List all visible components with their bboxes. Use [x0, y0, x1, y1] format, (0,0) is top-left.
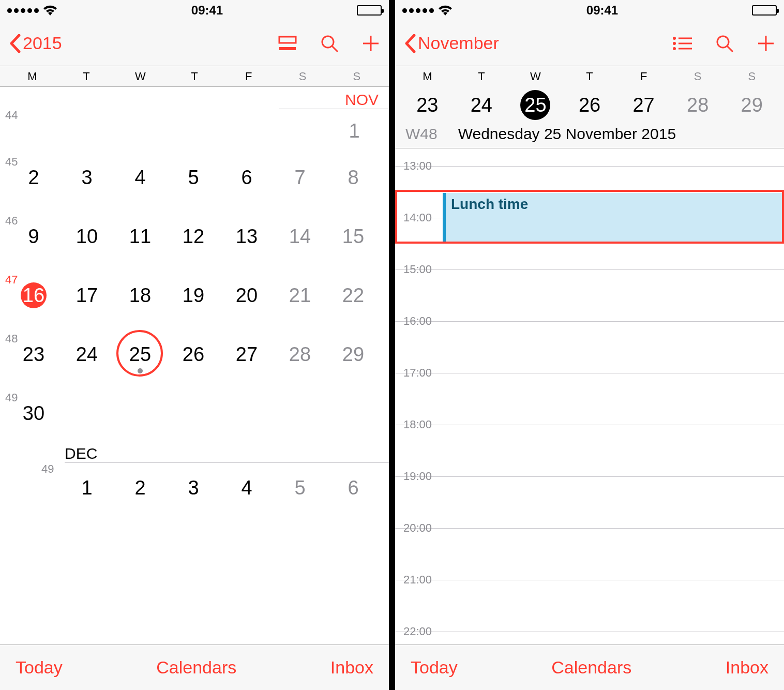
day-14[interactable]: 14: [287, 223, 313, 249]
day-1[interactable]: 1: [341, 118, 367, 144]
day-22[interactable]: 22: [340, 282, 366, 308]
strip-day-24[interactable]: 24: [455, 90, 509, 120]
back-button[interactable]: November: [404, 33, 499, 53]
day-3[interactable]: 3: [74, 164, 100, 190]
search-button[interactable]: [716, 35, 733, 52]
month-divider: [65, 462, 389, 463]
hour-label: 13:00: [403, 159, 432, 173]
highlight-circle: [116, 330, 163, 377]
search-button[interactable]: [321, 35, 338, 52]
view-toggle-button[interactable]: [278, 36, 297, 51]
day-7[interactable]: 7: [287, 164, 313, 190]
today-button[interactable]: Today: [16, 657, 63, 678]
week-strip: 23 24 25 26 27 28 29: [395, 87, 784, 122]
svg-point-12: [717, 36, 729, 48]
day-26[interactable]: 26: [180, 341, 206, 367]
day-19[interactable]: 19: [180, 282, 206, 308]
search-icon: [321, 35, 338, 52]
day-dec4[interactable]: 4: [234, 475, 260, 501]
day-5[interactable]: 5: [180, 164, 206, 190]
back-label: November: [418, 33, 499, 53]
today-button[interactable]: Today: [411, 657, 458, 678]
weekday-m: M: [5, 70, 59, 83]
day-6[interactable]: 6: [234, 164, 260, 190]
weekday-w: W: [508, 70, 563, 83]
nav-bar: 2015: [0, 21, 389, 66]
hour-label: 17:00: [403, 366, 432, 380]
inbox-button[interactable]: Inbox: [330, 657, 373, 678]
weekday-header: M T W T F S S: [395, 66, 784, 87]
strip-day-25-selected[interactable]: 25: [508, 90, 563, 120]
day-schedule[interactable]: 13:00 14:00 15:00 16:00 17:00 18:00 19:0…: [395, 148, 784, 644]
week-number: 44: [5, 109, 18, 122]
back-button[interactable]: 2015: [9, 33, 62, 53]
svg-point-10: [673, 47, 676, 50]
month-view-screen: 09:41 2015 M T W T F S S NOV: [0, 0, 389, 690]
status-time: 09:41: [191, 3, 223, 18]
week-number-current: 47: [5, 273, 18, 287]
day-dec2[interactable]: 2: [127, 475, 153, 501]
strip-day-26[interactable]: 26: [563, 90, 617, 120]
day-2[interactable]: 2: [21, 164, 47, 190]
day-11[interactable]: 11: [127, 223, 153, 249]
weekday-t: T: [455, 70, 509, 83]
status-time: 09:41: [586, 3, 618, 18]
day-16-today[interactable]: 16: [21, 282, 47, 308]
day-12[interactable]: 12: [180, 223, 206, 249]
day-4[interactable]: 4: [127, 164, 153, 190]
hour-label: 15:00: [403, 263, 432, 276]
strip-day-23[interactable]: 23: [400, 90, 455, 120]
hour-label: 19:00: [403, 470, 432, 483]
list-toggle-button[interactable]: [672, 36, 692, 51]
wifi-icon: [43, 5, 57, 16]
day-view-screen: 09:41 November M: [395, 0, 784, 690]
battery-icon: [752, 5, 777, 16]
svg-point-8: [673, 42, 676, 45]
day-dec5[interactable]: 5: [287, 475, 313, 501]
day-28[interactable]: 28: [287, 341, 313, 367]
weekday-s2: S: [329, 70, 384, 83]
day-17[interactable]: 17: [74, 282, 100, 308]
day-24[interactable]: 24: [74, 341, 100, 367]
weekday-t: T: [59, 70, 114, 83]
svg-point-6: [673, 37, 676, 40]
day-9[interactable]: 9: [21, 223, 47, 249]
day-20[interactable]: 20: [234, 282, 260, 308]
date-subheader: W48 Wednesday 25 November 2015: [395, 122, 784, 148]
day-10[interactable]: 10: [74, 223, 100, 249]
weekday-f: F: [221, 70, 276, 83]
day-18[interactable]: 18: [127, 282, 153, 308]
day-dec1[interactable]: 1: [74, 475, 100, 501]
svg-line-3: [333, 47, 337, 51]
day-8[interactable]: 8: [340, 164, 366, 190]
strip-day-28[interactable]: 28: [671, 90, 725, 120]
calendars-button[interactable]: Calendars: [551, 657, 631, 678]
calendars-button[interactable]: Calendars: [156, 657, 236, 678]
day-15[interactable]: 15: [340, 223, 366, 249]
day-29[interactable]: 29: [340, 341, 366, 367]
status-bar: 09:41: [395, 0, 784, 21]
day-dec3[interactable]: 3: [180, 475, 206, 501]
add-button[interactable]: [362, 35, 380, 52]
strip-day-29[interactable]: 29: [725, 90, 779, 120]
signal-dots-icon: [7, 8, 39, 13]
day-21[interactable]: 21: [287, 282, 313, 308]
weekday-t2: T: [168, 70, 222, 83]
day-30[interactable]: 30: [21, 400, 47, 426]
svg-point-2: [322, 36, 334, 48]
inbox-button[interactable]: Inbox: [726, 657, 768, 678]
weekday-f: F: [616, 70, 671, 83]
weekday-w: W: [113, 70, 168, 83]
day-23[interactable]: 23: [21, 341, 47, 367]
chevron-left-icon: [404, 34, 416, 53]
month-grid[interactable]: NOV 44 1 45 2 3 4 5 6 7 8 46 9 10 11 12 …: [0, 87, 389, 644]
plus-icon: [362, 35, 380, 52]
day-27[interactable]: 27: [234, 341, 260, 367]
strip-day-27[interactable]: 27: [616, 90, 671, 120]
day-13[interactable]: 13: [234, 223, 260, 249]
day-dec6[interactable]: 6: [340, 475, 366, 501]
svg-line-13: [728, 47, 732, 51]
add-button[interactable]: [757, 35, 775, 52]
bottom-toolbar: Today Calendars Inbox: [0, 644, 389, 690]
hour-label: 16:00: [403, 314, 432, 328]
